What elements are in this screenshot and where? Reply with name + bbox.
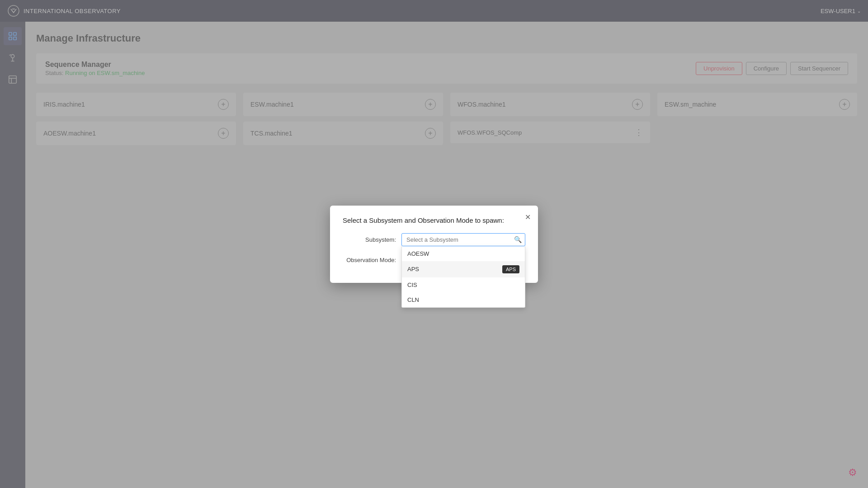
modal-dialog: Select a Subsystem and Observation Mode …: [330, 206, 538, 283]
subsystem-control-wrap: 🔍 AOESW APS APS CIS CLN: [401, 233, 525, 246]
modal-overlay: Select a Subsystem and Observation Mode …: [0, 0, 868, 488]
dropdown-label-aps: APS: [407, 266, 419, 272]
modal-title: Select a Subsystem and Observation Mode …: [343, 216, 525, 224]
subsystem-label: Subsystem:: [343, 236, 401, 243]
dropdown-label-cln: CLN: [407, 296, 419, 303]
dropdown-label-aoesw: AOESW: [407, 250, 429, 257]
dropdown-item-cis[interactable]: CIS: [402, 277, 525, 292]
subsystem-input[interactable]: [401, 233, 525, 246]
dropdown-label-cis: CIS: [407, 282, 417, 288]
dropdown-item-aoesw[interactable]: AOESW: [402, 246, 525, 261]
subsystem-row: Subsystem: 🔍 AOESW APS APS CIS: [343, 233, 525, 246]
modal-close-button[interactable]: ✕: [525, 213, 531, 221]
observation-mode-label: Observation Mode:: [343, 257, 401, 263]
subsystem-dropdown: AOESW APS APS CIS CLN: [401, 246, 525, 308]
dropdown-item-cln[interactable]: CLN: [402, 292, 525, 307]
aps-tooltip: APS: [502, 265, 519, 273]
dropdown-item-aps[interactable]: APS APS: [402, 261, 525, 277]
